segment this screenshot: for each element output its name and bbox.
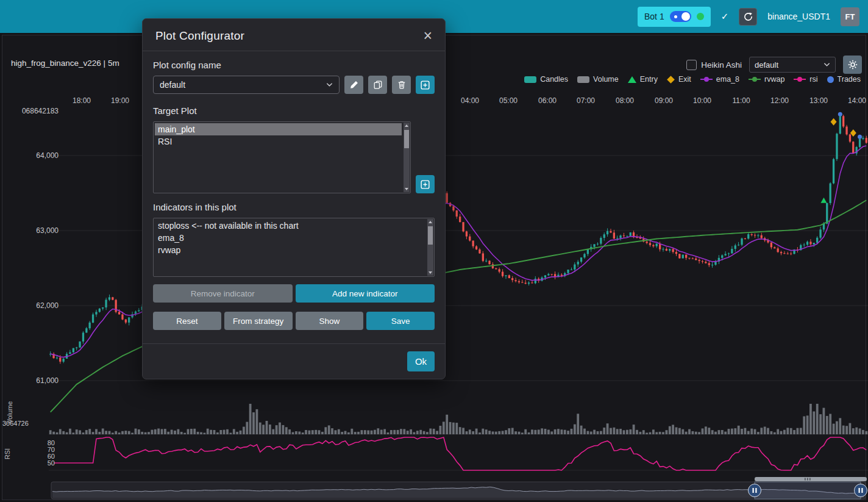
legend-item-Exit[interactable]: Exit bbox=[667, 75, 691, 84]
exit-legend-marker bbox=[667, 76, 675, 84]
ema_8-legend-marker bbox=[700, 76, 713, 83]
plus-square-icon bbox=[421, 81, 430, 90]
refresh-button[interactable] bbox=[739, 8, 757, 26]
svg-text:05:00: 05:00 bbox=[499, 96, 518, 105]
modal-title: Plot Configurator bbox=[155, 29, 244, 43]
legend-item-ema_8[interactable]: ema_8 bbox=[700, 75, 739, 84]
legend-label: rsi bbox=[809, 75, 817, 84]
svg-text:62,000: 62,000 bbox=[36, 301, 59, 310]
target-plot-list[interactable]: main_plotRSI bbox=[153, 121, 411, 193]
ok-button[interactable]: Ok bbox=[407, 351, 435, 371]
chart-controls: Heikin Ashi default bbox=[686, 56, 862, 74]
svg-text:RSI: RSI bbox=[4, 448, 11, 459]
svg-text:04:00: 04:00 bbox=[461, 96, 479, 105]
indicator-option[interactable]: stoploss <-- not available in this chart bbox=[155, 220, 425, 232]
chevron-down-icon bbox=[326, 82, 333, 87]
svg-text:63,000: 63,000 bbox=[36, 226, 59, 235]
from-strategy-button[interactable]: From strategy bbox=[224, 312, 293, 330]
bot-selector[interactable]: Bot 1 bbox=[638, 7, 711, 27]
add-config-button[interactable] bbox=[416, 76, 435, 94]
target-plot-row: main_plotRSI bbox=[153, 121, 435, 193]
plot-config-header-select[interactable]: default bbox=[749, 57, 836, 73]
heikin-ashi-row[interactable]: Heikin Ashi bbox=[686, 60, 742, 70]
trash-icon bbox=[397, 81, 406, 89]
svg-text:13:00: 13:00 bbox=[809, 96, 828, 105]
scroll-thumb[interactable] bbox=[428, 226, 433, 245]
heikin-ashi-checkbox[interactable] bbox=[686, 60, 697, 70]
svg-text:64,000: 64,000 bbox=[36, 151, 59, 160]
bot-toggle[interactable] bbox=[670, 11, 691, 22]
svg-text:06:00: 06:00 bbox=[538, 96, 557, 105]
svg-text:50: 50 bbox=[48, 459, 55, 467]
scroll-up-icon[interactable] bbox=[429, 221, 432, 223]
legend-label: Volume bbox=[593, 75, 619, 84]
delete-config-button[interactable] bbox=[392, 76, 411, 94]
scroll-thumb[interactable] bbox=[404, 130, 409, 148]
show-button[interactable]: Show bbox=[296, 312, 364, 330]
svg-text:12:00: 12:00 bbox=[770, 96, 789, 105]
add-plot-button[interactable] bbox=[416, 175, 435, 193]
add-new-indicator-button[interactable]: Add new indicator bbox=[296, 284, 435, 303]
app-root: Bot 1 ✓ binance_USDT1 FT high_frog_binan… bbox=[0, 0, 868, 502]
modal-body: Plot config name default bbox=[143, 51, 445, 343]
modal-header: Plot Configurator × bbox=[143, 19, 445, 51]
volume-legend-marker bbox=[577, 76, 589, 83]
svg-text:068642183: 068642183 bbox=[22, 107, 59, 115]
scroll-down-icon[interactable] bbox=[429, 271, 432, 274]
heikin-ashi-label: Heikin Ashi bbox=[701, 60, 742, 70]
legend-item-Trades[interactable]: Trades bbox=[827, 75, 861, 84]
scroll-up-icon[interactable] bbox=[405, 124, 408, 127]
config-actions-row: Reset From strategy Show Save bbox=[153, 312, 435, 330]
pencil-icon bbox=[350, 81, 358, 89]
config-row: default bbox=[153, 76, 435, 94]
ft-logo-button[interactable]: FT bbox=[841, 7, 859, 26]
gear-icon bbox=[848, 60, 858, 70]
copy-icon bbox=[374, 81, 382, 89]
trades-legend-marker bbox=[827, 76, 834, 83]
remove-indicator-button[interactable]: Remove indicator bbox=[153, 284, 293, 303]
svg-text:11:00: 11:00 bbox=[732, 96, 750, 105]
legend-item-rsi[interactable]: rsi bbox=[794, 75, 817, 84]
target-plot-scrollbar[interactable] bbox=[404, 123, 410, 192]
scroll-down-icon[interactable] bbox=[405, 188, 408, 190]
indicator-list[interactable]: stoploss <-- not available in this chart… bbox=[153, 218, 435, 277]
reset-button[interactable]: Reset bbox=[153, 312, 221, 330]
bot-online-indicator bbox=[697, 13, 704, 20]
plot-config-name-label: Plot config name bbox=[153, 60, 435, 70]
refresh-icon bbox=[744, 12, 753, 21]
svg-text:09:00: 09:00 bbox=[655, 96, 673, 105]
toggle-dot bbox=[674, 15, 677, 18]
svg-text:18:00: 18:00 bbox=[73, 96, 91, 105]
toggle-knob bbox=[681, 12, 690, 21]
legend-item-Volume[interactable]: Volume bbox=[577, 75, 619, 84]
target-plot-option[interactable]: main_plot bbox=[155, 123, 402, 135]
plot-config-select-value: default bbox=[160, 80, 185, 90]
legend-label: ema_8 bbox=[716, 75, 739, 84]
legend-item-Entry[interactable]: Entry bbox=[628, 75, 658, 84]
plot-config-header-select-value: default bbox=[755, 60, 778, 70]
target-plot-label: Target Plot bbox=[153, 106, 435, 116]
close-icon[interactable]: × bbox=[423, 28, 432, 43]
svg-text:Volume: Volume bbox=[6, 401, 13, 424]
indicator-scrollbar[interactable] bbox=[427, 219, 433, 276]
legend-label: Entry bbox=[640, 75, 658, 84]
legend-label: rvwap bbox=[764, 75, 784, 84]
svg-text:61,000: 61,000 bbox=[36, 376, 59, 385]
plot-config-select[interactable]: default bbox=[153, 76, 340, 94]
indicator-buttons-row: Remove indicator Add new indicator bbox=[153, 284, 435, 303]
plot-settings-button[interactable] bbox=[843, 56, 862, 74]
plot-configurator-modal: Plot Configurator × Plot config name def… bbox=[142, 18, 446, 379]
indicator-option[interactable]: rvwap bbox=[155, 244, 425, 256]
indicator-option[interactable]: ema_8 bbox=[155, 232, 425, 244]
chart-title: high_frog_binance_v226 | 5m bbox=[11, 59, 119, 68]
target-plot-option[interactable]: RSI bbox=[155, 135, 402, 148]
duplicate-config-button[interactable] bbox=[368, 76, 387, 94]
rename-config-button[interactable] bbox=[344, 76, 363, 94]
svg-text:19:00: 19:00 bbox=[111, 96, 129, 105]
legend-item-rvwap[interactable]: rvwap bbox=[749, 75, 784, 84]
save-button[interactable]: Save bbox=[366, 312, 435, 330]
modal-footer: Ok bbox=[143, 343, 445, 379]
rvwap-legend-marker bbox=[749, 76, 761, 83]
svg-text:07:00: 07:00 bbox=[577, 96, 595, 105]
legend-item-Candles[interactable]: Candles bbox=[524, 75, 568, 84]
